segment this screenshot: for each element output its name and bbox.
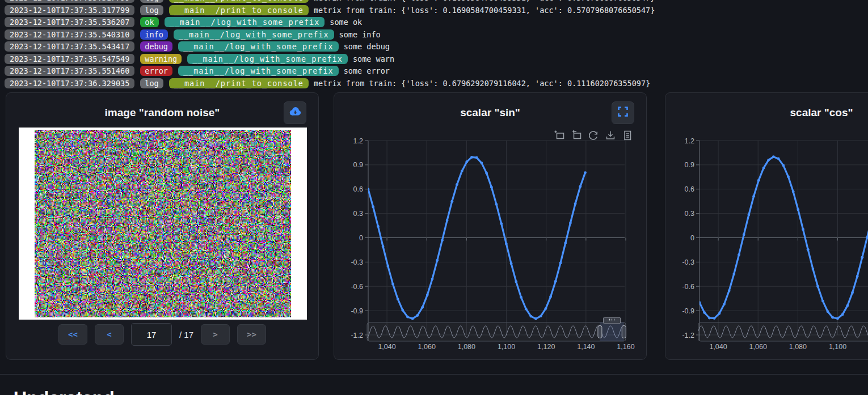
cloud-download-icon: [288, 104, 302, 121]
save-image-icon[interactable]: [605, 130, 616, 141]
logger-badge: __main__/print_to_console: [169, 78, 309, 88]
y-tick-label: 1.2: [353, 137, 363, 145]
timestamp-badge: 2023-12-10T17:37:35.317799: [5, 0, 134, 3]
x-tick-label: 1,140: [577, 343, 595, 351]
log-row: 2023-12-10T17:37:35.317799log__main__/pr…: [5, 0, 868, 4]
chart-grid: [365, 141, 626, 335]
y-tick-label: 0: [359, 234, 363, 242]
y-tick-label: 1.2: [685, 137, 694, 145]
logger-badge: __main__/log_with_some_prefix: [165, 17, 325, 27]
x-tick-label: 1,040: [378, 343, 395, 351]
y-tick-label: 0.9: [685, 161, 694, 169]
cos-chart-card: 1.20.90.60.30-0.3-0.6-0.9-1.21,0401,0601…: [665, 92, 868, 360]
log-row: 2023-12-10T17:37:35.540310info__main__/l…: [5, 28, 868, 41]
fullscreen-corners-icon: [618, 107, 628, 119]
section-divider: [0, 374, 868, 375]
logger-badge: __main__/log_with_some_prefix: [187, 54, 348, 64]
y-tick-label: 0.6: [685, 185, 694, 193]
prev-page-button[interactable]: <: [95, 324, 124, 345]
level-badge: ok: [140, 17, 158, 27]
log-row: 2023-12-10T17:37:36.329035log__main__/pr…: [5, 77, 868, 90]
zoom-reset-icon[interactable]: [571, 130, 582, 141]
data-view-icon[interactable]: [622, 130, 633, 141]
x-tick-label: 1,080: [458, 343, 475, 351]
y-tick-label: -0.9: [682, 307, 694, 315]
page-total-label: / 17: [179, 330, 193, 339]
zoom-box-icon[interactable]: [554, 130, 564, 141]
cos-chart[interactable]: 1.20.90.60.30-0.3-0.6-0.9-1.21,0401,0601…: [665, 93, 868, 360]
footer-heading-partial: Understand: [14, 388, 115, 395]
y-tick-label: -0.3: [351, 258, 363, 266]
log-message: some debug: [344, 42, 390, 51]
level-badge: debug: [140, 41, 172, 52]
timestamp-badge: 2023-12-10T17:37:35.543417: [5, 41, 134, 52]
log-row: 2023-12-10T17:37:35.536207ok__main__/log…: [5, 16, 868, 29]
y-tick-label: -0.6: [351, 283, 363, 291]
x-tick-label: 1,160: [617, 343, 634, 351]
y-tick-label: -0.9: [351, 307, 363, 315]
y-tick-label: -1.2: [351, 332, 363, 339]
logger-badge: __main__/print_to_console: [169, 5, 309, 15]
y-tick-label: -0.3: [682, 258, 694, 266]
log-rows: 2023-12-10T17:37:35.317799log__main__/pr…: [5, 0, 868, 90]
y-tick-label: 0: [690, 234, 694, 242]
log-message: some warn: [353, 54, 394, 63]
download-button[interactable]: [284, 101, 306, 124]
timestamp-badge: 2023-12-10T17:37:35.536207: [5, 17, 134, 27]
log-console: 2023-12-10T17:37:35.317799log__main__/pr…: [5, 0, 868, 90]
level-badge: log: [140, 78, 163, 88]
image-card-title: image "random noise": [6, 107, 318, 119]
log-row: 2023-12-10T17:37:35.547549warning__main_…: [5, 53, 868, 65]
y-tick-label: 0.9: [353, 161, 363, 169]
level-badge: log: [140, 0, 163, 3]
restore-icon[interactable]: [588, 130, 599, 141]
y-tick-label: 0.3: [685, 210, 694, 218]
timestamp-badge: 2023-12-10T17:37:35.540310: [5, 29, 134, 40]
image-figure: [19, 128, 307, 320]
log-row: 2023-12-10T17:37:35.317799log__main__/pr…: [5, 4, 868, 16]
log-message: some ok: [330, 18, 362, 27]
log-row: 2023-12-10T17:37:35.551460error__main__/…: [5, 65, 868, 78]
datazoom-slider[interactable]: [367, 322, 626, 341]
chart-grid: [696, 141, 868, 335]
x-tick-label: 1,100: [829, 343, 846, 351]
y-tick-label: -0.6: [682, 283, 694, 291]
fullscreen-button[interactable]: [612, 101, 634, 124]
level-badge: warning: [140, 54, 182, 64]
log-message: metrix from train: {'loss': 0.1690584700…: [314, 6, 655, 15]
timestamp-badge: 2023-12-10T17:37:35.547549: [5, 54, 134, 64]
y-tick-label: 0.6: [353, 185, 363, 193]
logger-badge: __main__/print_to_console: [169, 0, 309, 3]
cos-card-title: scalar "cos": [665, 107, 868, 119]
timestamp-badge: 2023-12-10T17:37:35.551460: [5, 66, 134, 76]
image-pagination: << < / 17 > >>: [6, 323, 318, 346]
x-tick-label: 1,060: [418, 343, 436, 351]
sin-card-title: scalar "sin": [334, 107, 646, 119]
x-tick-label: 1,040: [709, 343, 727, 351]
log-row: 2023-12-10T17:37:35.543417debug__main__/…: [5, 41, 868, 53]
log-message: some error: [344, 66, 390, 75]
sin-chart-card: 1.20.90.60.30-0.3-0.6-0.9-1.21,0401,0601…: [334, 92, 647, 360]
logger-badge: __main__/log_with_some_prefix: [178, 41, 339, 52]
random-noise-image: [35, 130, 291, 317]
timestamp-badge: 2023-12-10T17:37:36.329035: [5, 78, 134, 88]
log-message: metrix from train: {'loss': 0.1690584700…: [314, 0, 655, 2]
logger-badge: __main__/log_with_some_prefix: [174, 29, 334, 40]
level-badge: error: [140, 66, 172, 76]
image-card: image "random noise" << < / 17 > >>: [6, 92, 319, 360]
next-page-button[interactable]: >: [201, 324, 230, 345]
y-tick-label: 0.3: [353, 210, 363, 218]
log-message: metrix from train: {'loss': 0.6796292079…: [314, 79, 650, 88]
level-badge: info: [140, 29, 168, 40]
x-tick-label: 1,080: [789, 343, 807, 351]
logger-badge: __main__/log_with_some_prefix: [178, 66, 339, 76]
chart-toolbar: [554, 130, 633, 141]
first-page-button[interactable]: <<: [58, 324, 87, 345]
page-number-input[interactable]: [131, 323, 172, 346]
datazoom-slider[interactable]: [698, 322, 868, 341]
log-message: some info: [339, 30, 381, 39]
x-tick-label: 1,100: [498, 343, 515, 351]
last-page-button[interactable]: >>: [237, 324, 266, 345]
y-tick-label: -1.2: [682, 332, 694, 339]
x-tick-label: 1,060: [749, 343, 767, 351]
